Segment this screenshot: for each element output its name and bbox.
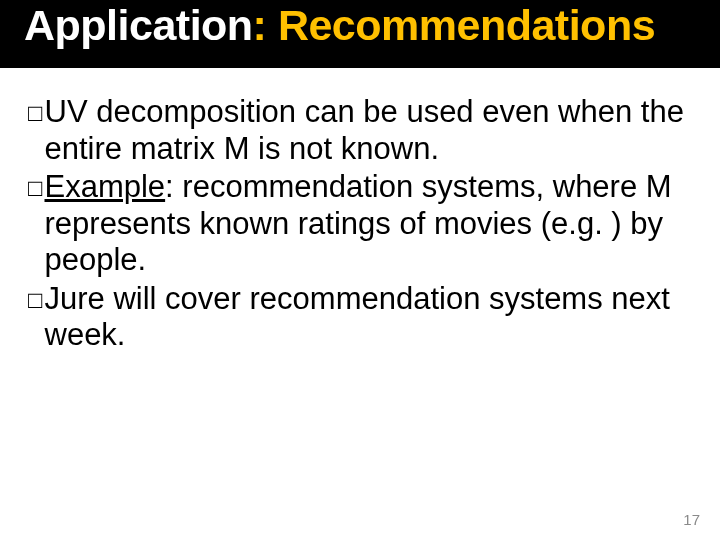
title-segment-2: : Recommendations [253,1,655,49]
bullet-text: Example: recommendation systems, where M… [45,169,693,279]
slide-content: □ UV decomposition can be used even when… [0,68,720,354]
square-bullet-icon: □ [28,101,43,125]
title-segment-1: Application [24,1,253,49]
bullet-rest: will cover recommendation systems next w… [45,281,670,353]
bullet-text: UV decomposition can be used even when t… [45,94,693,167]
square-bullet-icon: □ [28,288,43,312]
bullet-lead: Jure [45,281,105,316]
bullet-item: □ UV decomposition can be used even when… [28,94,692,167]
bullet-item: □ Jure will cover recommendation systems… [28,281,692,354]
square-bullet-icon: □ [28,176,43,200]
slide-title: Application: Recommendations [24,2,655,49]
bullet-item: □ Example: recommendation systems, where… [28,169,692,279]
page-number: 17 [683,511,700,528]
bullet-lead: UV [45,94,88,129]
bullet-rest: decomposition can be used even when the … [45,94,684,166]
title-bar: Application: Recommendations [0,0,720,68]
bullet-lead: Example [45,169,166,204]
bullet-text: Jure will cover recommendation systems n… [45,281,693,354]
